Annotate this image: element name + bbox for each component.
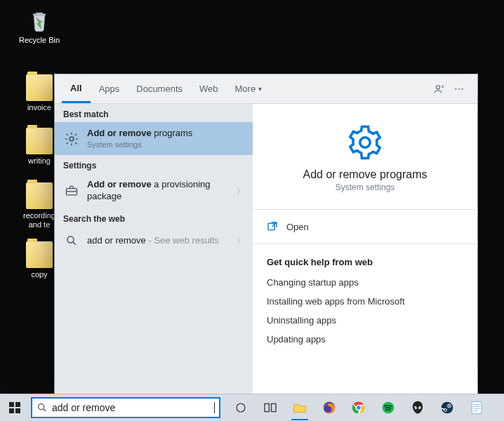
svg-rect-25 bbox=[472, 402, 482, 414]
result-provisioning-package[interactable]: Add or remove a provisioning package 〉 bbox=[55, 173, 253, 208]
svg-point-4 bbox=[360, 138, 370, 147]
search-icon bbox=[63, 232, 80, 249]
desktop-icon-folder-writing[interactable]: writing bbox=[18, 128, 60, 166]
tab-apps[interactable]: Apps bbox=[91, 74, 128, 103]
svg-rect-7 bbox=[15, 402, 20, 407]
svg-point-11 bbox=[237, 403, 245, 412]
result-title: Add or remove programs bbox=[265, 168, 465, 181]
taskbar-pinned-apps bbox=[226, 394, 491, 421]
gear-icon bbox=[265, 123, 465, 161]
tab-all[interactable]: All bbox=[62, 74, 91, 103]
taskbar-firefox[interactable] bbox=[314, 394, 344, 421]
svg-rect-8 bbox=[9, 408, 14, 413]
section-settings: Settings bbox=[55, 155, 253, 173]
desktop-icon-label: invoice bbox=[18, 103, 60, 112]
folder-icon bbox=[26, 241, 53, 268]
folder-icon bbox=[26, 74, 53, 101]
desktop-icon-folder-copy[interactable]: copy bbox=[18, 241, 60, 279]
svg-point-0 bbox=[436, 85, 439, 88]
quick-help-updating[interactable]: Updating apps bbox=[265, 330, 465, 349]
section-best-match: Best match bbox=[55, 104, 253, 122]
desktop-icon-label: Recycle Bin bbox=[18, 36, 60, 45]
desktop-icon-label: recording and te bbox=[18, 211, 60, 229]
folder-icon bbox=[26, 128, 53, 154]
notepad-icon bbox=[470, 401, 483, 415]
taskbar-file-explorer[interactable] bbox=[285, 394, 314, 421]
tab-web[interactable]: Web bbox=[191, 74, 227, 103]
svg-point-3 bbox=[67, 236, 74, 243]
taskbar-search[interactable] bbox=[31, 397, 220, 418]
cortana-circle-icon bbox=[234, 401, 247, 414]
taskbar-search-input[interactable] bbox=[52, 402, 215, 413]
quick-help-uninstalling[interactable]: Uninstalling apps bbox=[265, 311, 465, 330]
open-icon bbox=[267, 221, 278, 232]
search-icon bbox=[37, 402, 48, 413]
gear-icon bbox=[63, 131, 80, 147]
briefcase-icon bbox=[63, 182, 80, 199]
result-hero: Add or remove programs System settings bbox=[265, 116, 465, 205]
quick-help-web-apps[interactable]: Installing web apps from Microsoft bbox=[265, 292, 465, 311]
chevron-right-icon: 〉 bbox=[237, 186, 244, 196]
taskbar-task-view[interactable] bbox=[256, 394, 285, 421]
svg-rect-13 bbox=[272, 403, 276, 411]
result-add-remove-programs[interactable]: Add or remove programs System settings bbox=[55, 122, 253, 155]
start-search-panel: All Apps Documents Web More ▾ ⋯ Best mat… bbox=[55, 74, 477, 394]
svg-point-21 bbox=[442, 402, 453, 414]
divider bbox=[253, 209, 477, 210]
chevron-right-icon: 〉 bbox=[237, 235, 244, 246]
desktop-icon-folder-recording[interactable]: recording and te bbox=[18, 182, 60, 229]
alien-icon bbox=[411, 401, 424, 415]
taskbar-cortana[interactable] bbox=[226, 394, 256, 421]
text-caret bbox=[214, 402, 215, 413]
result-subtitle: System settings bbox=[265, 182, 465, 192]
folder-icon bbox=[26, 182, 53, 209]
search-results-pane: Best match Add or remove programs System… bbox=[55, 104, 253, 394]
open-action[interactable]: Open bbox=[265, 214, 465, 239]
result-web-search[interactable]: add or remove - See web results 〉 bbox=[55, 227, 253, 255]
section-search-web: Search the web bbox=[55, 208, 253, 227]
taskbar bbox=[0, 394, 504, 421]
windows-logo-icon bbox=[9, 402, 20, 413]
divider bbox=[253, 243, 477, 244]
taskbar-steam[interactable] bbox=[432, 394, 462, 421]
taskbar-chrome[interactable] bbox=[344, 394, 373, 421]
svg-point-10 bbox=[39, 404, 44, 410]
desktop-icon-recycle-bin[interactable]: Recycle Bin bbox=[18, 7, 60, 45]
desktop-icon-label: writing bbox=[18, 156, 60, 166]
steam-icon bbox=[440, 401, 454, 415]
firefox-icon bbox=[322, 401, 336, 415]
svg-rect-9 bbox=[15, 408, 20, 413]
desktop-icon-label: copy bbox=[18, 270, 60, 279]
chevron-down-icon: ▾ bbox=[258, 85, 262, 93]
task-view-icon bbox=[263, 402, 277, 413]
file-explorer-icon bbox=[293, 401, 307, 414]
quick-help-heading: Get quick help from web bbox=[265, 248, 465, 273]
svg-rect-5 bbox=[268, 223, 274, 229]
more-options-icon[interactable]: ⋯ bbox=[449, 79, 469, 99]
svg-rect-12 bbox=[265, 403, 269, 411]
tab-more[interactable]: More ▾ bbox=[227, 74, 271, 103]
spotify-icon bbox=[381, 401, 395, 415]
start-button[interactable] bbox=[0, 394, 29, 421]
desktop-icon-folder-invoice[interactable]: invoice bbox=[18, 74, 60, 112]
search-details-pane: Add or remove programs System settings O… bbox=[253, 104, 477, 394]
svg-point-1 bbox=[69, 137, 74, 141]
search-panel-header: All Apps Documents Web More ▾ ⋯ bbox=[55, 74, 477, 104]
taskbar-spotify[interactable] bbox=[373, 394, 403, 421]
taskbar-alienware[interactable] bbox=[403, 394, 432, 421]
svg-rect-6 bbox=[9, 402, 14, 407]
quick-help-startup-apps[interactable]: Changing startup apps bbox=[265, 273, 465, 292]
svg-point-23 bbox=[449, 406, 450, 407]
chrome-icon bbox=[352, 401, 366, 415]
recycle-bin-icon bbox=[26, 7, 53, 34]
taskbar-notepad[interactable] bbox=[462, 394, 491, 421]
feedback-icon[interactable] bbox=[430, 79, 449, 99]
tab-documents[interactable]: Documents bbox=[128, 74, 191, 103]
